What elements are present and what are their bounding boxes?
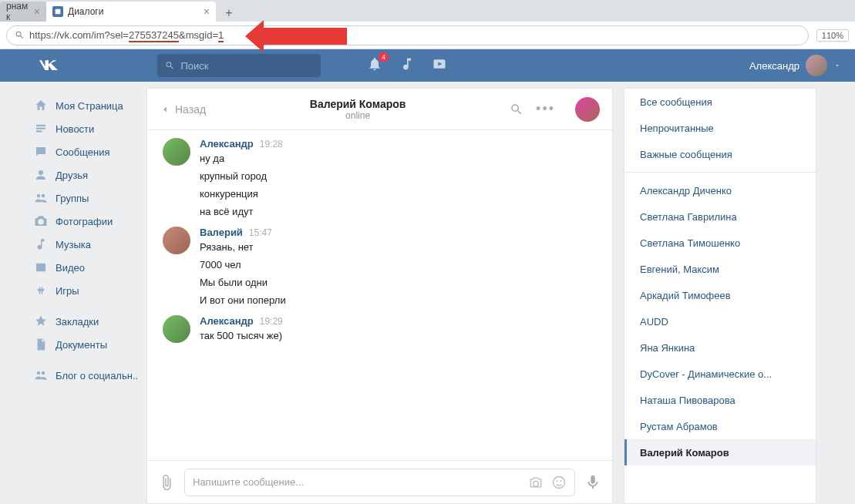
- chat-header-actions: •••: [510, 97, 600, 122]
- svg-point-2: [554, 476, 565, 488]
- nav-item[interactable]: Сообщения: [34, 140, 146, 163]
- filter-item[interactable]: Все сообщения: [624, 89, 816, 115]
- tab-label: Диалоги: [68, 6, 103, 17]
- contact-item[interactable]: DyCover - Динамические о...: [624, 361, 816, 387]
- contact-item[interactable]: Валерий Комаров: [624, 439, 816, 465]
- url-text: https://vk.com/im?sel=275537245&msgid=1: [29, 29, 224, 41]
- emoji-icon[interactable]: [551, 475, 567, 490]
- nav-item[interactable]: Видео: [34, 256, 146, 279]
- nav-item[interactable]: Игры: [34, 279, 146, 302]
- nav-label: Друзья: [56, 170, 88, 181]
- search-box[interactable]: [157, 54, 321, 77]
- header-icons: 4: [367, 56, 447, 75]
- chat-input-row: [147, 460, 612, 503]
- nav-item[interactable]: Друзья: [34, 163, 146, 186]
- message-author[interactable]: Александр: [200, 315, 254, 327]
- music-icon[interactable]: [399, 56, 415, 75]
- message-author[interactable]: Александр: [200, 138, 254, 150]
- close-icon[interactable]: ×: [34, 5, 40, 18]
- nav-label: Игры: [56, 285, 79, 297]
- nav-icon: [34, 237, 48, 251]
- nav-label: Музыка: [56, 239, 91, 250]
- nav-icon: [34, 214, 48, 228]
- attach-icon[interactable]: [158, 474, 175, 491]
- nav-item[interactable]: Музыка: [34, 233, 146, 256]
- contact-item[interactable]: Аркадий Тимофеев: [624, 282, 816, 308]
- user-menu[interactable]: Александр: [749, 55, 855, 76]
- message-input[interactable]: [193, 476, 528, 488]
- contact-item[interactable]: Александр Диченко: [624, 177, 816, 203]
- nav-item[interactable]: Закладки: [34, 310, 146, 333]
- notifications-icon[interactable]: 4: [367, 56, 382, 75]
- contact-item[interactable]: Наташа Пивоварова: [624, 387, 816, 413]
- message-line: Рязань, нет: [200, 238, 597, 256]
- nav-item[interactable]: Фотографии: [34, 210, 146, 233]
- search-input[interactable]: [181, 60, 314, 72]
- vk-header: 4 Александр: [0, 49, 855, 82]
- mic-icon[interactable]: [584, 474, 601, 491]
- message-line: Мы были одни: [200, 274, 597, 291]
- nav-item[interactable]: Группы: [34, 186, 146, 210]
- more-icon[interactable]: •••: [536, 101, 555, 117]
- message-author[interactable]: Валерий: [200, 227, 243, 238]
- nav-label: Моя Страница: [56, 100, 123, 112]
- nav-label: Документы: [56, 339, 107, 351]
- message-time: 19:29: [260, 316, 283, 327]
- message-line: конкуренция: [200, 185, 597, 203]
- chat-input-wrap: [184, 469, 575, 496]
- camera-icon[interactable]: [528, 475, 544, 490]
- browser-tab-active[interactable]: Диалоги ×: [46, 2, 216, 22]
- nav-label: Видео: [56, 262, 85, 274]
- nav-label: Блог о социальн..: [56, 370, 138, 381]
- message-time: 15:47: [249, 227, 272, 238]
- message-group: Александр19:28ну дакрупный городконкурен…: [163, 138, 597, 220]
- close-icon[interactable]: ×: [204, 5, 210, 18]
- chevron-left-icon: [160, 104, 170, 115]
- notification-badge: 4: [379, 52, 389, 62]
- contact-item[interactable]: Рустам Абрамов: [624, 413, 816, 439]
- nav-item[interactable]: Документы: [34, 333, 146, 356]
- browser-tab-inactive[interactable]: рнам к ×: [0, 2, 46, 22]
- chevron-down-icon: [833, 62, 841, 69]
- search-icon[interactable]: [510, 102, 523, 116]
- chat-panel: Назад Валерий Комаров online ••• Алексан…: [146, 88, 613, 504]
- message-time: 19:28: [260, 139, 283, 150]
- nav-icon: [34, 284, 48, 297]
- chat-title[interactable]: Валерий Комаров: [206, 98, 510, 110]
- message-line: так 500 тысяч же): [200, 327, 597, 344]
- contact-item[interactable]: Светлана Тимошенко: [624, 230, 816, 256]
- new-tab-button[interactable]: +: [219, 5, 239, 22]
- chat-header: Назад Валерий Комаров online •••: [147, 89, 612, 130]
- filter-item[interactable]: Непрочитанные: [624, 115, 816, 141]
- avatar[interactable]: [163, 138, 190, 166]
- nav-item[interactable]: Новости: [34, 117, 146, 140]
- nav-label: Закладки: [56, 316, 99, 328]
- avatar[interactable]: [163, 227, 190, 254]
- right-panel: Все сообщенияНепрочитанныеВажные сообщен…: [624, 88, 816, 504]
- zoom-badge[interactable]: 110%: [816, 29, 849, 42]
- url-input[interactable]: https://vk.com/im?sel=275537245&msgid=1: [6, 25, 809, 45]
- nav-icon: [34, 338, 48, 351]
- chat-avatar[interactable]: [575, 97, 600, 122]
- nav-icon: [34, 122, 48, 136]
- filter-item[interactable]: Важные сообщения: [624, 141, 816, 167]
- svg-point-4: [560, 480, 562, 482]
- video-play-icon[interactable]: [432, 56, 447, 75]
- tab-label: рнам к: [6, 1, 29, 22]
- nav-item[interactable]: Блог о социальн..: [34, 364, 146, 387]
- avatar[interactable]: [163, 315, 190, 343]
- search-icon: [15, 30, 25, 40]
- message-line: 7000 чел: [200, 256, 597, 274]
- svg-point-3: [557, 480, 558, 482]
- back-button[interactable]: Назад: [160, 103, 206, 116]
- vk-logo[interactable]: [37, 57, 65, 74]
- contact-item[interactable]: Евгений, Максим: [624, 256, 816, 282]
- nav-label: Фотографии: [56, 216, 113, 227]
- nav-item[interactable]: Моя Страница: [34, 94, 146, 117]
- contact-item[interactable]: Яна Янкина: [624, 334, 816, 361]
- nav-label: Новости: [56, 123, 94, 135]
- contact-item[interactable]: Светлана Гаврилина: [624, 203, 816, 230]
- contact-item[interactable]: AUDD: [624, 308, 816, 334]
- content: Моя СтраницаНовостиСообщенияДрузьяГруппы…: [0, 82, 855, 504]
- nav-icon: [34, 191, 48, 205]
